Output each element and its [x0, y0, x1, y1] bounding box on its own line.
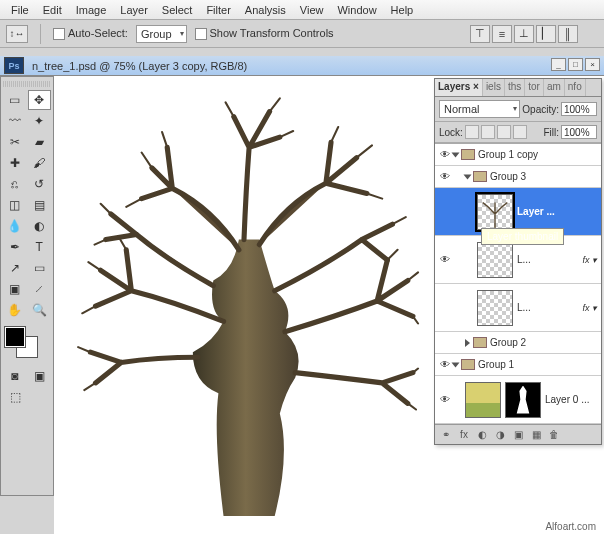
menu-view[interactable]: View	[293, 4, 331, 16]
layer-row-group[interactable]: Group 2	[435, 332, 601, 354]
heal-tool-icon[interactable]: ✚	[3, 153, 27, 173]
tab-info[interactable]: nfo	[565, 79, 586, 96]
menu-window[interactable]: Window	[330, 4, 383, 16]
disclosure-triangle-icon[interactable]	[465, 339, 470, 347]
menu-select[interactable]: Select	[155, 4, 200, 16]
delete-icon[interactable]: 🗑	[547, 428, 561, 442]
opacity-input[interactable]: 100%	[561, 102, 597, 116]
align-left-icon[interactable]: ▏	[536, 25, 556, 43]
tab-channels[interactable]: iels	[483, 79, 505, 96]
menu-layer[interactable]: Layer	[113, 4, 155, 16]
document-title: n_tree_1.psd @ 75% (Layer 3 copy, RGB/8)	[32, 60, 247, 72]
screenmode-icon[interactable]: ▣	[28, 366, 52, 386]
foreground-swatch[interactable]	[5, 327, 25, 347]
window-controls: _ □ ×	[551, 58, 600, 71]
show-transform-checkbox[interactable]: Show Transform Controls	[195, 27, 334, 40]
type-tool-icon[interactable]: T	[28, 237, 52, 257]
menu-image[interactable]: Image	[69, 4, 114, 16]
layer-row[interactable]: Layer ... Layer thumbnail	[435, 188, 601, 236]
align-bottom-icon[interactable]: ⊥	[514, 25, 534, 43]
tab-histogram[interactable]: am	[544, 79, 565, 96]
shape-tool-icon[interactable]: ▭	[28, 258, 52, 278]
layer-row[interactable]: 👁 Layer 0 ...	[435, 376, 601, 424]
stamp-tool-icon[interactable]: ⎌	[3, 174, 27, 194]
hand-tool-icon[interactable]: ✋	[3, 300, 27, 320]
layer-thumbnail[interactable]	[465, 382, 501, 418]
layer-row-group[interactable]: 👁 Group 3	[435, 166, 601, 188]
maximize-button[interactable]: □	[568, 58, 583, 71]
wand-tool-icon[interactable]: ✦	[28, 111, 52, 131]
layer-thumbnail[interactable]	[477, 194, 513, 230]
lasso-tool-icon[interactable]: 〰	[3, 111, 27, 131]
move-tool-icon[interactable]: ↕↔	[6, 25, 28, 43]
layer-mask-thumbnail[interactable]	[505, 382, 541, 418]
fx-badge[interactable]: fx ▾	[582, 255, 599, 265]
disclosure-triangle-icon[interactable]	[464, 174, 472, 179]
fx-badge[interactable]: fx ▾	[582, 303, 599, 313]
disclosure-triangle-icon[interactable]	[452, 362, 460, 367]
brush-tool-icon[interactable]: 🖌	[28, 153, 52, 173]
fx-icon[interactable]: fx	[457, 428, 471, 442]
color-swatches[interactable]	[3, 325, 51, 359]
layer-row-group[interactable]: 👁 Group 1 copy	[435, 144, 601, 166]
slice-tool-icon[interactable]: ▰	[28, 132, 52, 152]
auto-select-dropdown[interactable]: Group	[136, 25, 187, 43]
menu-bar: File Edit Image Layer Select Filter Anal…	[0, 0, 604, 20]
screen-mode-icon[interactable]: ⬚	[3, 387, 27, 407]
path-tool-icon[interactable]: ↗	[3, 258, 27, 278]
layer-thumbnail[interactable]	[477, 242, 513, 278]
eyedropper-tool-icon[interactable]: ⟋	[28, 279, 52, 299]
zoom-tool-icon[interactable]: 🔍	[28, 300, 52, 320]
move-tool-icon[interactable]: ✥	[28, 90, 52, 110]
new-layer-icon[interactable]: ▦	[529, 428, 543, 442]
lock-all-icon[interactable]	[513, 125, 527, 139]
tools-drag-handle[interactable]	[3, 81, 51, 87]
marquee-tool-icon[interactable]: ▭	[3, 90, 27, 110]
gradient-tool-icon[interactable]: ▤	[28, 195, 52, 215]
layer-label: Group 3	[490, 171, 526, 182]
layer-row[interactable]: L... fx ▾	[435, 284, 601, 332]
align-top-icon[interactable]: ⊤	[470, 25, 490, 43]
history-brush-icon[interactable]: ↺	[28, 174, 52, 194]
lock-pixels-icon[interactable]	[481, 125, 495, 139]
new-group-icon[interactable]: ▣	[511, 428, 525, 442]
menu-help[interactable]: Help	[384, 4, 421, 16]
minimize-button[interactable]: _	[551, 58, 566, 71]
mask-icon[interactable]: ◐	[475, 428, 489, 442]
notes-tool-icon[interactable]: ▣	[3, 279, 27, 299]
visibility-icon[interactable]: 👁	[437, 254, 453, 265]
layer-label: Group 1	[478, 359, 514, 370]
eraser-tool-icon[interactable]: ◫	[3, 195, 27, 215]
dodge-tool-icon[interactable]: ◐	[28, 216, 52, 236]
close-button[interactable]: ×	[585, 58, 600, 71]
auto-select-checkbox[interactable]: Auto-Select:	[53, 27, 128, 40]
tab-paths[interactable]: ths	[505, 79, 525, 96]
visibility-icon[interactable]: 👁	[437, 171, 453, 182]
crop-tool-icon[interactable]: ✂	[3, 132, 27, 152]
lock-label: Lock:	[439, 127, 463, 138]
tab-layers[interactable]: Layers ×	[435, 79, 483, 96]
visibility-icon[interactable]: 👁	[437, 394, 453, 405]
folder-icon	[473, 171, 487, 182]
tab-history[interactable]: tor	[525, 79, 544, 96]
pen-tool-icon[interactable]: ✒	[3, 237, 27, 257]
disclosure-triangle-icon[interactable]	[452, 152, 460, 157]
align-vcenter-icon[interactable]: ≡	[492, 25, 512, 43]
menu-analysis[interactable]: Analysis	[238, 4, 293, 16]
menu-edit[interactable]: Edit	[36, 4, 69, 16]
lock-position-icon[interactable]	[497, 125, 511, 139]
quickmask-icon[interactable]: ◙	[3, 366, 27, 386]
menu-filter[interactable]: Filter	[199, 4, 237, 16]
tree-image	[64, 86, 424, 516]
align-hcenter-icon[interactable]: ║	[558, 25, 578, 43]
layer-row-group[interactable]: 👁 Group 1	[435, 354, 601, 376]
blur-tool-icon[interactable]: 💧	[3, 216, 27, 236]
link-layers-icon[interactable]: ⚭	[439, 428, 453, 442]
lock-transparency-icon[interactable]	[465, 125, 479, 139]
adjustment-icon[interactable]: ◑	[493, 428, 507, 442]
layer-thumbnail[interactable]	[477, 290, 513, 326]
blend-mode-dropdown[interactable]: Normal	[439, 100, 520, 118]
fill-input[interactable]: 100%	[561, 125, 597, 139]
layer-label: Group 1 copy	[478, 149, 538, 160]
menu-file[interactable]: File	[4, 4, 36, 16]
